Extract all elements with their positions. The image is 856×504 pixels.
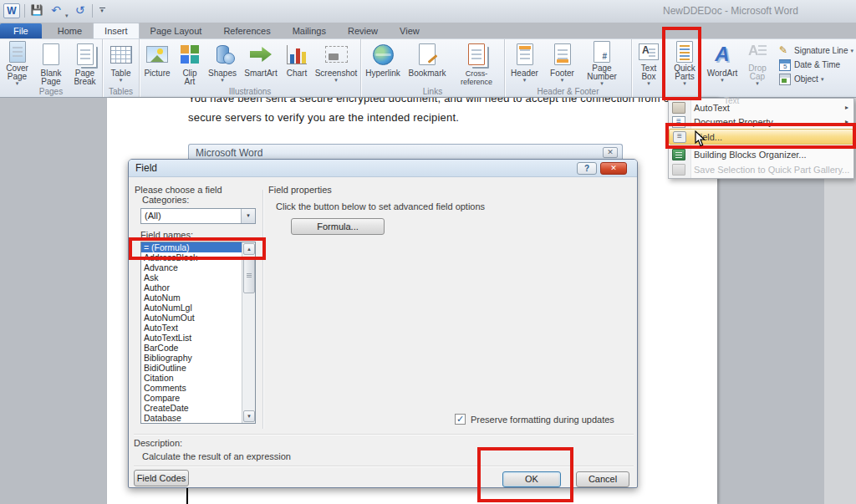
field-name-item[interactable]: Citation (141, 373, 255, 383)
description-label: Description: (134, 438, 182, 448)
table-icon (110, 41, 132, 68)
scrollbar-thumb[interactable] (243, 257, 255, 293)
submenu-arrow-icon (845, 104, 848, 111)
field-name-item[interactable]: Database (141, 413, 255, 423)
bookmark-button[interactable]: Bookmark (405, 40, 450, 86)
wordart-button[interactable]: WordArt (704, 40, 741, 86)
save-button[interactable] (29, 3, 44, 18)
picture-icon (146, 41, 168, 68)
field-name-item[interactable]: Author (141, 283, 255, 293)
smartart-button[interactable]: SmartArt (240, 40, 282, 86)
field-name-item[interactable]: AutoNumLgl (141, 303, 255, 313)
field-name-item[interactable]: BidiOutline (141, 363, 255, 373)
blank-page-button[interactable]: Blank Page (34, 40, 68, 86)
cancel-button[interactable]: Cancel (576, 471, 629, 487)
field-name-item[interactable]: AutoTextList (141, 333, 255, 343)
tab-view[interactable]: View (389, 23, 431, 38)
field-names-listbox[interactable]: = (Formula)AddressBlockAdvanceAskAuthorA… (140, 242, 256, 424)
description-text: Calculate the result of an expression (142, 451, 291, 461)
tab-mailings[interactable]: Mailings (282, 23, 337, 38)
dropdown-arrow-icon (851, 48, 854, 54)
clip-art-icon (181, 41, 199, 68)
preserve-formatting-checkbox[interactable] (455, 414, 466, 425)
shapes-button[interactable]: Shapes (205, 40, 240, 86)
categories-label: Categories: (142, 195, 189, 205)
page-number-button[interactable]: Page Number (580, 40, 624, 86)
field-name-item[interactable]: Ask (141, 272, 255, 283)
footer-button[interactable]: Footer (544, 40, 580, 86)
menu-item-autotext[interactable]: AutoText (669, 100, 853, 115)
footer-icon (554, 41, 571, 68)
field-name-item[interactable]: AutoText (141, 323, 255, 333)
word-application-window: NewDDEDoc - Microsoft Word File Home Ins… (0, 0, 856, 504)
hyperlink-button[interactable]: Hyperlink (361, 40, 405, 86)
customize-qat-button[interactable] (97, 5, 108, 17)
window-title: NewDDEDoc - Microsoft Word (663, 5, 798, 17)
field-name-item[interactable]: Comments (141, 383, 255, 393)
dialog-close-button[interactable] (600, 162, 627, 175)
field-dialog-titlebar[interactable]: Field (129, 160, 637, 177)
tab-insert[interactable]: Insert (93, 23, 140, 38)
tab-references[interactable]: References (212, 23, 281, 38)
clip-art-button[interactable]: Clip Art (175, 40, 205, 86)
tab-page-layout[interactable]: Page Layout (140, 23, 213, 38)
undo-button[interactable] (48, 3, 64, 18)
building-blocks-icon (672, 149, 685, 160)
object-icon (779, 74, 791, 85)
cover-page-icon (9, 41, 26, 63)
text-box-button[interactable]: Text Box (632, 40, 665, 86)
header-button[interactable]: Header (505, 40, 544, 86)
tab-home[interactable]: Home (47, 23, 93, 38)
ribbon-group-illustrations: Picture Clip Art Shapes SmartArt Chart S… (140, 39, 361, 97)
field-codes-button[interactable]: Field Codes (134, 470, 189, 486)
field-name-item[interactable]: BarCode (141, 343, 255, 353)
mouse-cursor-icon (695, 130, 706, 150)
object-button[interactable]: Object (777, 72, 853, 86)
signature-line-icon (779, 45, 791, 57)
word-app-icon[interactable] (3, 3, 20, 18)
signature-line-button[interactable]: Signature Line (777, 43, 853, 58)
page-break-button[interactable]: Page Break (68, 40, 102, 86)
date-time-button[interactable]: Date & Time (777, 58, 853, 72)
tab-review[interactable]: Review (337, 23, 389, 38)
field-name-item[interactable]: AutoNumOut (141, 313, 255, 323)
field-dialog: Field Please choose a field Categories: … (128, 159, 638, 488)
tab-file[interactable]: File (0, 23, 42, 38)
combobox-dropdown-icon[interactable] (241, 209, 255, 223)
autotext-icon (672, 102, 685, 114)
dialog-help-button[interactable] (577, 162, 597, 175)
field-name-item[interactable]: Advance (141, 262, 255, 272)
dialog-separator (134, 434, 634, 435)
page-break-icon (77, 41, 94, 68)
header-icon (517, 41, 533, 68)
field-name-item[interactable]: AutoNum (141, 293, 255, 303)
undo-dropdown-arrow-icon[interactable] (65, 13, 69, 19)
field-name-item[interactable]: Compare (141, 393, 255, 403)
choose-field-group-label: Please choose a field (135, 185, 222, 195)
field-dialog-title: Field (135, 162, 157, 174)
screenshot-button[interactable]: Screenshot (312, 40, 360, 86)
scroll-down-icon[interactable] (243, 410, 255, 422)
picture-button[interactable]: Picture (140, 40, 175, 86)
listbox-scrollbar[interactable] (242, 242, 255, 423)
field-name-item[interactable]: CreateDate (141, 403, 255, 413)
chart-button[interactable]: Chart (282, 40, 312, 86)
table-button[interactable]: Table (103, 40, 139, 86)
chart-icon (287, 41, 307, 68)
cover-page-button[interactable]: Cover Page (0, 40, 34, 86)
annotation-formula-list-item (129, 237, 266, 260)
formula-button[interactable]: Formula... (291, 218, 385, 235)
cross-reference-button[interactable]: Cross-reference (450, 40, 503, 86)
text-box-icon (639, 41, 659, 63)
redo-button[interactable] (73, 3, 88, 18)
background-window-close-icon[interactable] (603, 147, 618, 158)
drop-cap-button[interactable]: Drop Cap (741, 40, 774, 86)
quick-access-toolbar (3, 3, 108, 19)
field-properties-label: Field properties (268, 185, 332, 195)
bookmark-icon (419, 41, 436, 68)
categories-combobox[interactable]: (All) (140, 208, 256, 224)
ribbon-group-pages: Cover Page Blank Page Page Break Pages (0, 39, 103, 97)
ribbon-group-header-footer: Header Footer Page Number Header & Foote… (505, 39, 632, 97)
menu-item-save-selection[interactable]: Save Selection to Quick Part Gallery... (669, 162, 853, 176)
field-name-item[interactable]: Bibliography (141, 353, 255, 363)
